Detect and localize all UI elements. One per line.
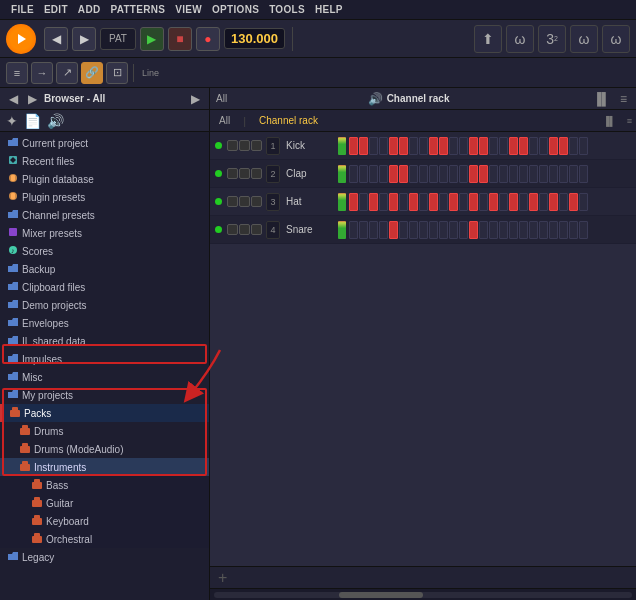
channel-pad[interactable]: [559, 165, 568, 183]
channel-pad[interactable]: [349, 165, 358, 183]
channel-pad[interactable]: [509, 221, 518, 239]
channel-pad[interactable]: [499, 137, 508, 155]
channel-pad[interactable]: [369, 193, 378, 211]
channel-pad[interactable]: [539, 221, 548, 239]
menu-add[interactable]: ADD: [73, 2, 106, 17]
browser-item-orchestral[interactable]: Orchestral: [0, 530, 209, 548]
channel-pad[interactable]: [479, 193, 488, 211]
browser-item-scores[interactable]: ♪Scores: [0, 242, 209, 260]
channel-pad[interactable]: [369, 165, 378, 183]
menu-options[interactable]: OPTIONS: [207, 2, 264, 17]
play-button[interactable]: ▶: [140, 27, 164, 51]
channel-pad[interactable]: [469, 165, 478, 183]
channel-pad[interactable]: [369, 221, 378, 239]
browser-item-instruments[interactable]: Instruments: [0, 458, 209, 476]
channel-pad[interactable]: [489, 221, 498, 239]
channel-pad[interactable]: [399, 137, 408, 155]
stop-button[interactable]: ■: [168, 27, 192, 51]
channel-pad[interactable]: [569, 221, 578, 239]
channel-pad[interactable]: [519, 165, 528, 183]
channel-pad[interactable]: [529, 165, 538, 183]
channel-pad[interactable]: [379, 165, 388, 183]
back-button[interactable]: ◀: [44, 27, 68, 51]
channel-pad[interactable]: [539, 137, 548, 155]
channel-rack-close[interactable]: ≡: [617, 91, 630, 107]
channel-mini-btn[interactable]: [251, 196, 262, 207]
channel-pad[interactable]: [429, 137, 438, 155]
channel-mini-btn[interactable]: [251, 224, 262, 235]
browser-item-bass[interactable]: Bass: [0, 476, 209, 494]
channel-pad[interactable]: [519, 221, 528, 239]
piano-roll-button[interactable]: ↗: [56, 62, 78, 84]
channel-pad[interactable]: [579, 221, 588, 239]
browser-item-demo-projects[interactable]: Demo projects: [0, 296, 209, 314]
channel-pad[interactable]: [449, 137, 458, 155]
link-button[interactable]: 🔗: [81, 62, 103, 84]
channel-pad[interactable]: [389, 137, 398, 155]
channel-mini-btn[interactable]: [227, 140, 238, 151]
channel-pad[interactable]: [439, 137, 448, 155]
add-item-button[interactable]: ✦: [6, 113, 18, 129]
browser-item-packs[interactable]: Packs: [0, 404, 209, 422]
browser-item-guitar[interactable]: Guitar: [0, 494, 209, 512]
browser-item-mixer-presets[interactable]: Mixer presets: [0, 224, 209, 242]
add-channel-button[interactable]: +: [210, 566, 636, 588]
channel-pad[interactable]: [429, 221, 438, 239]
channel-name[interactable]: Snare: [286, 224, 331, 235]
channel-pad[interactable]: [489, 165, 498, 183]
channel-pad[interactable]: [579, 137, 588, 155]
browser-item-channel-presets[interactable]: Channel presets: [0, 206, 209, 224]
channel-pad[interactable]: [549, 165, 558, 183]
channel-pad[interactable]: [549, 221, 558, 239]
channel-pad[interactable]: [439, 165, 448, 183]
channel-mini-btn[interactable]: [239, 196, 250, 207]
scroll-track[interactable]: [214, 592, 632, 598]
channel-pad[interactable]: [509, 193, 518, 211]
channel-pad[interactable]: [409, 193, 418, 211]
channel-pad[interactable]: [459, 165, 468, 183]
cpu-display[interactable]: 32: [538, 25, 566, 53]
channel-pad[interactable]: [419, 137, 428, 155]
ch-header-all[interactable]: All: [214, 114, 235, 127]
channel-pad[interactable]: [469, 137, 478, 155]
channel-pad[interactable]: [349, 193, 358, 211]
channel-pad[interactable]: [539, 165, 548, 183]
channel-pad[interactable]: [499, 165, 508, 183]
channel-pad[interactable]: [489, 137, 498, 155]
channel-mini-btn[interactable]: [227, 196, 238, 207]
channel-pad[interactable]: [399, 165, 408, 183]
channel-pad[interactable]: [409, 221, 418, 239]
channel-pad[interactable]: [409, 165, 418, 183]
record-button[interactable]: ●: [196, 27, 220, 51]
channel-pad[interactable]: [479, 165, 488, 183]
channel-pad[interactable]: [479, 221, 488, 239]
channel-pad[interactable]: [499, 193, 508, 211]
channel-led[interactable]: [215, 198, 222, 205]
channel-mini-btn[interactable]: [239, 168, 250, 179]
channel-pad[interactable]: [579, 193, 588, 211]
channel-pad[interactable]: [419, 221, 428, 239]
channel-pad[interactable]: [419, 193, 428, 211]
browser-item-plugin-presets[interactable]: Plugin presets: [0, 188, 209, 206]
channel-pad[interactable]: [579, 165, 588, 183]
sidebar-back-button[interactable]: ◀: [6, 91, 21, 107]
channel-pad[interactable]: [409, 137, 418, 155]
channel-pad[interactable]: [509, 165, 518, 183]
channel-mini-btn[interactable]: [227, 224, 238, 235]
menu-patterns[interactable]: PATTERNS: [105, 2, 170, 17]
playlist-button[interactable]: ≡: [6, 62, 28, 84]
menu-help[interactable]: HELP: [310, 2, 348, 17]
step-seq-button[interactable]: →: [31, 62, 53, 84]
browser-item-legacy[interactable]: Legacy: [0, 548, 209, 566]
forward-button[interactable]: ▶: [72, 27, 96, 51]
channel-pad[interactable]: [529, 137, 538, 155]
channel-pad[interactable]: [389, 165, 398, 183]
channel-pad[interactable]: [429, 165, 438, 183]
channel-led[interactable]: [215, 226, 222, 233]
channel-mini-btn[interactable]: [251, 140, 262, 151]
channel-pad[interactable]: [369, 137, 378, 155]
browser-item-impulses[interactable]: Impulses: [0, 350, 209, 368]
channel-mini-btn[interactable]: [239, 140, 250, 151]
ch-header-pattern[interactable]: Channel rack: [254, 114, 323, 127]
channel-pad[interactable]: [459, 137, 468, 155]
